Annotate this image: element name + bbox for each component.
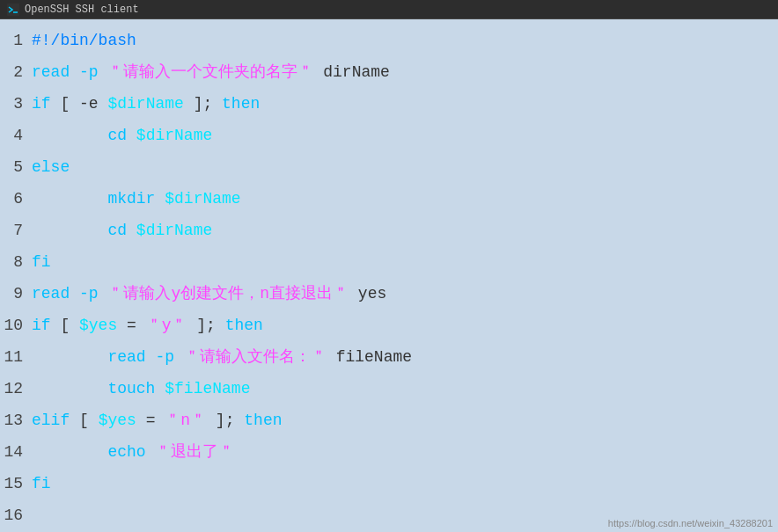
code-token: yes [349,285,386,302]
line-content: if [ -e $dirName ]; then [32,88,778,120]
code-token: ＂退出了＂ [155,443,234,461]
code-token: ]; [206,412,244,429]
line-content: cd $dirName [32,120,778,151]
code-token: $dirName [165,190,240,208]
line-number: 15 [0,468,32,499]
terminal-icon [7,4,19,16]
watermark: https://blog.csdn.net/weixin_43288201 [608,518,773,528]
code-line: 15fi [0,468,778,499]
line-content: echo ＂退出了＂ [32,436,778,468]
code-token: then [225,317,263,334]
line-number: 12 [0,373,32,404]
code-token: [ [51,317,79,334]
code-token: fileName [327,348,412,366]
code-token: $yes [79,317,117,334]
code-line: 9read -p ＂请输入y创建文件，n直接退出＂ yes [0,278,778,310]
code-token: ＂请输入一个文件夹的名字＂ [107,63,313,81]
line-number: 10 [0,310,32,341]
code-token: elif [32,412,70,429]
line-content: elif [ $yes = ＂n＂ ]; then [32,404,778,436]
code-token: if [32,317,51,334]
code-line: 7 cd $dirName [0,215,778,246]
line-content: #!/bin/bash [32,25,778,56]
code-token: $dirName [136,127,212,144]
line-content: fi [32,246,778,278]
line-content: read -p ＂请输入文件名：＂ fileName [32,341,778,373]
title-bar: OpenSSH SSH client [0,0,778,19]
code-line: 1#!/bin/bash [0,25,778,56]
code-line: 14 echo ＂退出了＂ [0,436,778,468]
line-content: touch $fileName [32,373,778,404]
code-token: then [244,412,282,429]
line-number: 9 [0,278,32,310]
line-content: cd $dirName [32,215,778,246]
code-line: 8fi [0,246,778,278]
code-token: [ [70,412,98,429]
code-token: read -p [32,285,107,302]
code-token: = [117,317,145,334]
code-token: read -p [32,63,107,81]
code-line: 5else [0,151,778,183]
line-number: 5 [0,151,32,183]
code-line: 10if [ $yes = ＂y＂ ]; then [0,310,778,341]
code-token: ]; [187,317,224,334]
line-number: 11 [0,341,32,373]
code-token: ＂请输入文件名：＂ [184,348,327,366]
code-token: fi [32,475,51,492]
code-line: 11 read -p ＂请输入文件名：＂ fileName [0,341,778,373]
code-token: ＂n＂ [165,412,206,429]
line-number: 13 [0,404,32,436]
line-number: 1 [0,25,32,56]
line-number: 2 [0,56,32,88]
code-token: then [222,95,260,113]
code-token: echo [32,443,155,461]
code-token: cd [32,222,136,239]
line-content: if [ $yes = ＂y＂ ]; then [32,310,778,341]
line-content: read -p ＂请输入一个文件夹的名字＂ dirName [32,56,778,88]
code-token: ＂y＂ [146,317,187,334]
line-number: 16 [0,499,32,531]
code-token: ＂请输入y创建文件，n直接退出＂ [107,285,349,302]
line-content: read -p ＂请输入y创建文件，n直接退出＂ yes [32,278,778,310]
code-token: [ -e [51,95,108,113]
line-content: mkdir $dirName [32,183,778,215]
line-number: 6 [0,183,32,215]
code-area: 1#!/bin/bash2read -p ＂请输入一个文件夹的名字＂ dirNa… [0,19,778,532]
code-token: $yes [99,412,136,429]
line-number: 14 [0,436,32,468]
code-token: read -p [32,348,184,366]
code-line: 2read -p ＂请输入一个文件夹的名字＂ dirName [0,56,778,88]
code-token: cd [32,127,136,144]
title-bar-label: OpenSSH SSH client [25,4,139,16]
line-content: else [32,151,778,183]
code-token: ]; [184,95,222,113]
code-line: 6 mkdir $dirName [0,183,778,215]
code-token: touch [32,380,165,397]
code-token: mkdir [32,190,165,208]
code-token: dirName [313,63,389,81]
line-content: fi [32,468,778,499]
code-line: 4 cd $dirName [0,120,778,151]
code-token: $dirName [136,222,212,239]
line-number: 8 [0,246,32,278]
code-token: fi [32,253,51,271]
code-token: else [32,158,70,176]
code-line: 12 touch $fileName [0,373,778,404]
code-lines: 1#!/bin/bash2read -p ＂请输入一个文件夹的名字＂ dirNa… [0,19,778,532]
code-line: 13elif [ $yes = ＂n＂ ]; then [0,404,778,436]
code-token: #!/bin/bash [32,32,136,49]
line-number: 3 [0,88,32,120]
code-token: if [32,95,51,113]
line-number: 4 [0,120,32,151]
line-number: 7 [0,215,32,246]
code-line: 3if [ -e $dirName ]; then [0,88,778,120]
code-token: $dirName [107,95,183,113]
code-token: = [136,412,165,429]
code-token: $fileName [165,380,250,397]
